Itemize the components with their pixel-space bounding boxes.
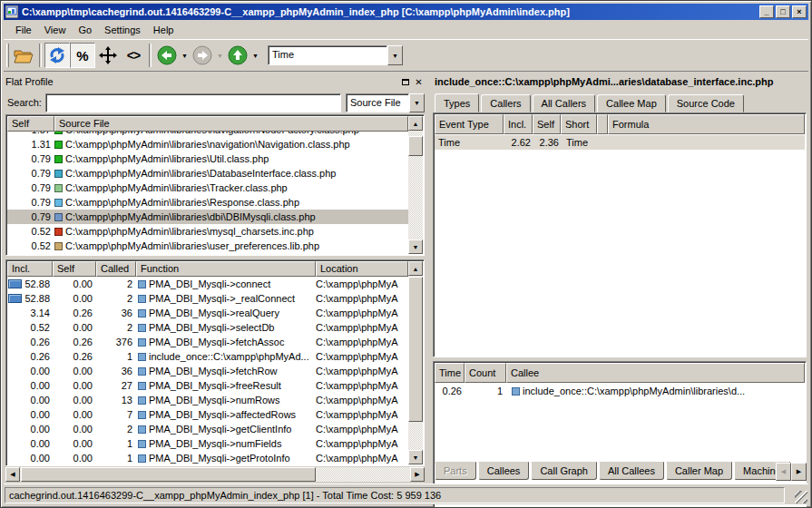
column-header-time[interactable]: Time bbox=[435, 363, 465, 383]
file-table-vscrollbar[interactable]: ▲ ▼ bbox=[408, 116, 423, 254]
search-label: Search: bbox=[5, 97, 45, 108]
table-row[interactable]: 0.520.002PMA_DBI_Mysqli->selectDbC:\xamp… bbox=[7, 320, 408, 335]
move-button[interactable] bbox=[95, 43, 121, 68]
open-file-button[interactable] bbox=[11, 43, 36, 68]
menu-item-help[interactable]: Help bbox=[147, 23, 181, 37]
bottom-tab-call-graph[interactable]: Call Graph bbox=[531, 462, 597, 480]
title-bar[interactable]: C:\xampp\tmp\cachegrind.out.1416463299-C… bbox=[4, 4, 808, 20]
scroll-up-icon[interactable]: ▲ bbox=[408, 261, 423, 276]
column-header-self[interactable]: Self bbox=[7, 116, 54, 132]
scroll-down-icon[interactable]: ▼ bbox=[408, 450, 423, 464]
table-row[interactable]: 0.000.001PMA_DBI_Mysqli->numFieldsC:\xam… bbox=[7, 436, 408, 451]
minimize-button[interactable]: _ bbox=[759, 5, 774, 18]
relative-percent-button[interactable]: % bbox=[70, 43, 95, 68]
column-header-short[interactable]: Short bbox=[561, 114, 597, 134]
group-combobox[interactable]: Source File ▼ bbox=[346, 93, 425, 112]
toolbar-handle[interactable] bbox=[6, 44, 9, 67]
tab-all-callers[interactable]: All Callers bbox=[533, 94, 596, 112]
menu-item-go[interactable]: Go bbox=[72, 23, 98, 37]
back-dropdown-arrow[interactable]: ▼ bbox=[180, 43, 190, 68]
table-row[interactable]: 0.52C:\xampp\phpMyAdmin\libraries\user_p… bbox=[7, 239, 408, 253]
scrollbar-thumb[interactable] bbox=[408, 277, 423, 422]
menu-item-file[interactable]: File bbox=[9, 23, 38, 37]
column-header-callee[interactable]: Callee bbox=[506, 363, 805, 383]
self-cell: 0.26 bbox=[53, 308, 96, 318]
column-header-function[interactable]: Function bbox=[136, 261, 316, 277]
column-header-formula[interactable]: Formula bbox=[608, 114, 805, 134]
maximize-button[interactable]: □ bbox=[776, 5, 790, 18]
column-header-incl[interactable]: Incl. bbox=[7, 261, 53, 277]
function-cell: PMA_DBI_Mysqli->numRows bbox=[136, 395, 316, 405]
location-cell: C:\xampp\phpMyA bbox=[316, 380, 408, 391]
table-row[interactable]: 52.880.002PMA_DBI_Mysqli->_realConnectC:… bbox=[7, 291, 408, 306]
bottom-tab-caller-map[interactable]: Caller Map bbox=[666, 462, 732, 480]
bottom-tab-all-callees[interactable]: All Callees bbox=[599, 462, 664, 480]
table-row[interactable]: 0.52C:\xampp\phpMyAdmin\libraries\mysql_… bbox=[7, 224, 408, 239]
scroll-right-icon[interactable]: ▶ bbox=[410, 467, 425, 482]
tab-callers[interactable]: Callers bbox=[481, 94, 530, 112]
table-row[interactable]: 0.79C:\xampp\phpMyAdmin\libraries\Respon… bbox=[7, 195, 408, 210]
angle-brackets-icon: <> bbox=[127, 48, 140, 63]
table-row[interactable]: 0.79C:\xampp\phpMyAdmin\libraries\Util.c… bbox=[7, 151, 408, 166]
bottom-tab-parts[interactable]: Parts bbox=[435, 462, 476, 480]
scroll-up-icon[interactable]: ▲ bbox=[408, 116, 423, 131]
scroll-down-icon[interactable]: ▼ bbox=[408, 239, 423, 254]
function-cell: PMA_DBI_Mysqli->getClientInfo bbox=[136, 424, 316, 435]
table-row[interactable]: 1.31C:\xampp\phpMyAdmin\libraries\naviga… bbox=[7, 137, 408, 151]
scroll-left-icon[interactable]: ◀ bbox=[5, 467, 20, 482]
column-header-source-file[interactable]: Source File bbox=[54, 116, 408, 132]
column-header-self[interactable]: Self bbox=[53, 261, 96, 277]
tab-scroll-left-icon[interactable]: ◀ bbox=[776, 463, 791, 481]
table-row[interactable]: 52.880.002PMA_DBI_Mysqli->connectC:\xamp… bbox=[7, 277, 408, 291]
scrollbar-thumb[interactable] bbox=[408, 136, 423, 156]
column-header-event-type[interactable]: Event Type bbox=[435, 114, 504, 134]
forward-dropdown-arrow[interactable]: ▼ bbox=[215, 43, 225, 68]
table-row[interactable]: 0.000.002PMA_DBI_Mysqli->getClientInfoC:… bbox=[7, 422, 408, 436]
search-input[interactable] bbox=[45, 93, 341, 112]
table-row[interactable]: Time2.622.36Time bbox=[435, 135, 805, 150]
function-table-vscrollbar[interactable]: ▲ ▼ bbox=[408, 261, 423, 464]
up-dropdown-arrow[interactable]: ▼ bbox=[250, 43, 260, 68]
float-dock-icon[interactable] bbox=[399, 76, 411, 88]
table-row[interactable]: 0.79C:\xampp\phpMyAdmin\libraries\Databa… bbox=[7, 166, 408, 181]
up-button[interactable] bbox=[225, 43, 250, 68]
table-row[interactable]: 0.261include_once::C:\xampp\phpMyAdmin\l… bbox=[435, 384, 805, 398]
tab-types[interactable]: Types bbox=[435, 93, 479, 112]
table-row[interactable]: 0.000.0013PMA_DBI_Mysqli->numRowsC:\xamp… bbox=[7, 393, 408, 407]
table-row[interactable]: 0.000.0027PMA_DBI_Mysqli->freeResultC:\x… bbox=[7, 378, 408, 393]
scrollbar-thumb[interactable] bbox=[21, 467, 316, 482]
combobox-dropdown-button[interactable]: ▼ bbox=[387, 45, 403, 65]
resize-grip[interactable] bbox=[795, 491, 807, 503]
table-row[interactable]: 0.000.007PMA_DBI_Mysqli->affectedRowsC:\… bbox=[7, 407, 408, 422]
window-title: C:\xampp\tmp\cachegrind.out.1416463299-C… bbox=[22, 6, 759, 17]
table-row[interactable]: 0.260.26376PMA_DBI_Mysqli->fetchAssocC:\… bbox=[7, 335, 408, 349]
tab-callee-map[interactable]: Callee Map bbox=[597, 94, 666, 112]
menu-item-settings[interactable]: Settings bbox=[98, 23, 147, 37]
column-header-incl[interactable]: Incl. bbox=[504, 114, 533, 134]
close-button[interactable]: × bbox=[792, 5, 807, 18]
close-dock-icon[interactable]: ✕ bbox=[413, 76, 425, 88]
forward-button[interactable] bbox=[190, 43, 215, 68]
function-icon bbox=[138, 454, 146, 463]
column-header-location[interactable]: Location bbox=[316, 261, 408, 277]
menu-item-view[interactable]: View bbox=[38, 23, 73, 37]
table-row[interactable]: 0.79C:\xampp\phpMyAdmin\libraries\dbi\DB… bbox=[7, 210, 408, 224]
column-header-count[interactable]: Count bbox=[465, 363, 506, 383]
table-row[interactable]: 0.79C:\xampp\phpMyAdmin\libraries\Tracke… bbox=[7, 181, 408, 195]
table-row[interactable]: 0.000.001PMA_DBI_Mysqli->getProtoInfoC:\… bbox=[7, 451, 408, 464]
back-button[interactable] bbox=[154, 43, 180, 68]
table-row[interactable]: 3.140.2636PMA_DBI_Mysqli->realQueryC:\xa… bbox=[7, 306, 408, 320]
group-dropdown-button[interactable]: ▼ bbox=[409, 93, 425, 112]
tab-source-code[interactable]: Source Code bbox=[668, 94, 744, 112]
tab-scroll-right-icon[interactable]: ▶ bbox=[791, 463, 807, 481]
column-header-self[interactable]: Self bbox=[533, 114, 561, 134]
column-header-blank[interactable] bbox=[597, 114, 608, 134]
expand-button[interactable]: <> bbox=[121, 43, 146, 68]
function-table-hscrollbar[interactable]: ◀ ▶ bbox=[5, 467, 425, 482]
cycle-detection-button[interactable] bbox=[44, 43, 70, 68]
event-type-combobox[interactable]: Time ▼ bbox=[268, 45, 403, 65]
table-row[interactable]: 0.000.0036PMA_DBI_Mysqli->fetchRowC:\xam… bbox=[7, 364, 408, 378]
bottom-tab-callees[interactable]: Callees bbox=[478, 462, 530, 480]
table-row[interactable]: 0.260.261include_once::C:\xampp\phpMyAd.… bbox=[7, 349, 408, 364]
column-header-called[interactable]: Called bbox=[96, 261, 136, 277]
